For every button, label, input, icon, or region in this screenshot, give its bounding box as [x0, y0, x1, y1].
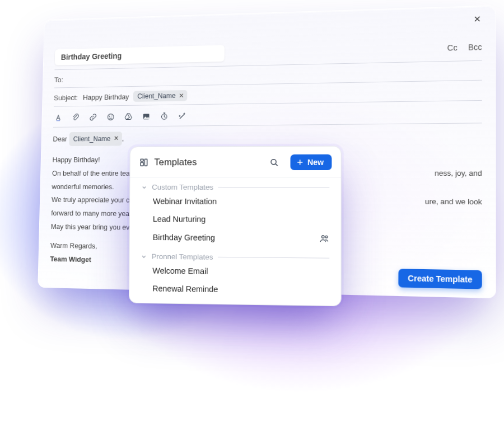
shared-users-icon — [319, 233, 329, 243]
template-item-label: Renewal Reminde — [152, 284, 218, 294]
body-text: ure, and we look — [425, 196, 482, 209]
template-item-label: Webinar Invitation — [153, 197, 217, 206]
body-variable-chip[interactable]: Client_Name ✕ — [69, 132, 122, 146]
templates-section-header[interactable]: Custom Templates — [130, 177, 341, 193]
chevron-down-icon — [141, 184, 148, 190]
svg-point-0 — [108, 114, 114, 120]
templates-popover: Templates New Custom Templates Webinar I… — [129, 146, 342, 307]
body-text: ness, joy, and — [435, 167, 482, 180]
svg-rect-7 — [141, 162, 143, 166]
schedule-icon[interactable] — [159, 111, 169, 121]
svg-point-11 — [325, 236, 328, 238]
svg-point-9 — [271, 160, 276, 165]
svg-point-1 — [109, 116, 110, 116]
svg-rect-6 — [141, 159, 143, 161]
body-text: We truly appreciate your con — [52, 195, 137, 207]
template-item[interactable]: Welcome Email — [129, 261, 340, 282]
templates-icon — [139, 157, 149, 167]
template-item[interactable]: Webinar Invitation — [130, 193, 341, 211]
body-text: Dear — [53, 135, 67, 143]
popover-title: Templates — [154, 157, 263, 168]
chevron-down-icon — [141, 253, 147, 260]
new-button-label: New — [307, 158, 324, 167]
template-item-label: Birthday Greeting — [153, 233, 215, 242]
chip-label: Client_Name — [73, 133, 111, 144]
divider — [218, 257, 330, 259]
svg-point-10 — [322, 236, 325, 238]
subject-text: Happy Birthday — [83, 92, 129, 101]
template-item[interactable]: Birthday Greeting — [130, 228, 341, 249]
search-icon[interactable] — [269, 157, 279, 167]
svg-rect-8 — [144, 159, 147, 166]
section-label: Pronnel Templates — [152, 252, 213, 261]
section-label: Custom Templates — [152, 183, 213, 191]
svg-point-2 — [111, 116, 112, 116]
chip-remove-icon[interactable]: ✕ — [114, 134, 119, 144]
close-icon[interactable] — [470, 12, 484, 26]
template-item-label: Welcome Email — [152, 266, 208, 276]
link-icon[interactable] — [88, 112, 97, 121]
attachment-icon[interactable] — [71, 112, 80, 122]
template-item-label: Lead Nurturing — [153, 214, 206, 223]
divider — [218, 187, 329, 187]
body-text: , — [122, 134, 124, 143]
chip-label: Client_Name — [137, 92, 175, 100]
emoji-icon[interactable] — [106, 112, 115, 122]
new-template-button[interactable]: New — [291, 154, 332, 170]
cc-button[interactable]: Cc — [447, 43, 458, 53]
to-label: To: — [54, 76, 63, 84]
image-icon[interactable] — [141, 111, 151, 121]
create-template-button[interactable]: Create Template — [398, 269, 482, 289]
formatting-toolbar — [53, 108, 187, 125]
drive-icon[interactable] — [123, 111, 133, 121]
bcc-button[interactable]: Bcc — [468, 43, 482, 52]
text-format-icon[interactable] — [53, 112, 63, 122]
body-text: On behalf of the entire team — [52, 168, 136, 179]
subject-label: Subject: — [54, 93, 78, 102]
chip-remove-icon[interactable]: ✕ — [179, 92, 184, 100]
svg-point-4 — [144, 115, 146, 116]
template-item[interactable]: Lead Nurturing — [130, 210, 341, 229]
magic-wand-icon[interactable] — [177, 111, 186, 121]
template-name-input[interactable] — [55, 45, 225, 65]
templates-section-header[interactable]: Pronnel Templates — [129, 247, 340, 264]
subject-variable-chip[interactable]: Client_Name ✕ — [133, 90, 188, 102]
template-item[interactable]: Renewal Reminde — [129, 279, 341, 300]
